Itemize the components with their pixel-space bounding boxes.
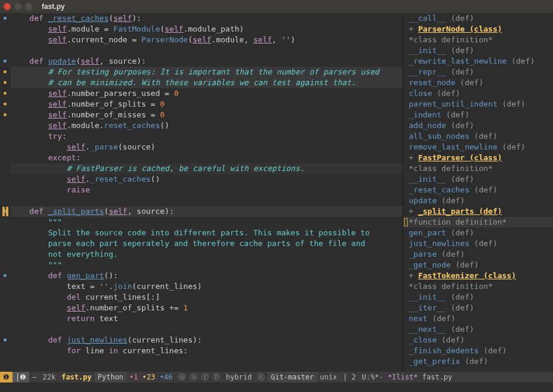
main-area: def _reset_caches(self): self.module = F…: [0, 13, 553, 372]
outline-item[interactable]: __repr__ (def): [403, 67, 553, 77]
outline-item[interactable]: *function definition*: [403, 217, 553, 228]
outline-cursor: [404, 218, 408, 226]
code-line[interactable]: [11, 45, 402, 56]
outline-item[interactable]: _rewrite_last_newline (def): [403, 56, 553, 67]
window-title: fast.py: [42, 2, 65, 11]
outline-item[interactable]: + FastParser (class): [403, 153, 553, 163]
ml-warnings[interactable]: ❶: [0, 372, 13, 382]
outline-item[interactable]: _reset_caches (def): [403, 185, 553, 195]
ml-size: 22k: [39, 372, 58, 382]
ml-flycheck[interactable]: •1 •23 •46: [126, 372, 175, 382]
editor-pane[interactable]: def _reset_caches(self): self.module = F…: [0, 13, 402, 372]
outline-item[interactable]: _parse (def): [403, 249, 553, 260]
code-line[interactable]: """: [11, 260, 402, 270]
gutter-mark: [4, 113, 7, 116]
outline-item[interactable]: + ParserNode (class): [403, 24, 553, 35]
outline-item[interactable]: add_node (def): [403, 120, 553, 131]
code-area[interactable]: def _reset_caches(self): self.module = F…: [11, 13, 402, 372]
outline-item[interactable]: gen_part (def): [403, 228, 553, 238]
outline-item[interactable]: parent_until_indent (def): [403, 99, 553, 110]
code-line[interactable]: self.number_of_splits += 1: [11, 303, 402, 313]
gutter-mark: [4, 70, 7, 73]
maximize-window-button[interactable]: [25, 3, 32, 10]
outline-item[interactable]: *class definition*: [403, 281, 553, 292]
modeline: ❶ |❶ – 22k fast.py Python •1 •23 •46 ⓐ ⓐ…: [0, 372, 553, 382]
code-line[interactable]: raise: [11, 185, 402, 195]
ml-major-mode[interactable]: Python: [95, 372, 126, 382]
ml-info[interactable]: |❶: [13, 372, 29, 382]
code-line[interactable]: # can be minimized. With these variables…: [11, 77, 402, 88]
code-line[interactable]: # For testing purposes: It is important …: [11, 67, 402, 77]
gutter-mark: [4, 17, 7, 20]
outline-item[interactable]: update (def): [403, 195, 553, 206]
gutter: [0, 13, 11, 372]
outline-item[interactable]: + _split_parts (def): [403, 206, 553, 217]
outline-item[interactable]: __init__ (def): [403, 174, 553, 185]
code-line[interactable]: self.number_parsers_used = 0: [11, 88, 402, 99]
code-line[interactable]: Split the source code into different par…: [11, 228, 402, 238]
code-line[interactable]: except:: [11, 153, 402, 163]
gutter-mark: [4, 338, 7, 341]
close-window-button[interactable]: [4, 3, 11, 10]
code-line[interactable]: self._parse(source): [11, 142, 402, 153]
code-line[interactable]: def _split_parts(self, source):: [11, 206, 402, 217]
outline-item[interactable]: _get_prefix (def): [403, 356, 553, 367]
code-line[interactable]: self.number_of_misses = 0: [11, 110, 402, 120]
ml-evil-state: hybrid: [223, 372, 254, 382]
code-line[interactable]: self.number_of_splits = 0: [11, 99, 402, 110]
outline-item[interactable]: + FastTokenizer (class): [403, 270, 553, 281]
outline-item[interactable]: __init__ (def): [403, 45, 553, 56]
ml-misc: ⓐ ⓐ ⓨ ⓟ: [175, 372, 223, 382]
outline-item[interactable]: _finish_dedents (def): [403, 346, 553, 356]
code-line[interactable]: def just_newlines(current_lines):: [11, 335, 402, 346]
code-line[interactable]: self.module.reset_caches(): [11, 120, 402, 131]
code-line[interactable]: [11, 195, 402, 206]
code-line[interactable]: not everything.: [11, 249, 402, 260]
code-line[interactable]: parse each part seperately and therefore…: [11, 238, 402, 249]
ml-dash: –: [29, 372, 39, 382]
code-line[interactable]: [11, 324, 402, 335]
code-line[interactable]: text = ''.join(current_lines): [11, 281, 402, 292]
ml-reg: Ⓚ: [254, 372, 268, 382]
outline-item[interactable]: reset_node (def): [403, 77, 553, 88]
code-line[interactable]: """: [11, 217, 402, 228]
outline-item[interactable]: next (def): [403, 313, 553, 324]
ml-vc[interactable]: Git-master: [268, 372, 316, 382]
code-line[interactable]: def gen_part():: [11, 270, 402, 281]
ml-encoding: unix: [317, 372, 340, 382]
code-line[interactable]: for line in current_lines:: [11, 346, 402, 356]
gutter-mark: [4, 81, 7, 84]
outline-item[interactable]: _indent (def): [403, 110, 553, 120]
ml-right: U:%*- *Ilist* fast.py: [359, 372, 553, 382]
outline-item[interactable]: _close (def): [403, 335, 553, 346]
code-line[interactable]: def _reset_caches(self):: [11, 13, 402, 24]
ml-filename[interactable]: fast.py: [58, 372, 95, 382]
outline-item[interactable]: __iter__ (def): [403, 303, 553, 313]
ml-pos: | 2: [340, 372, 359, 382]
outline-item[interactable]: *class definition*: [403, 163, 553, 174]
code-line[interactable]: self.current_node = ParserNode(self.modu…: [11, 35, 402, 45]
titlebar: fast.py: [0, 0, 553, 13]
outline-item[interactable]: remove_last_newline (def): [403, 142, 553, 153]
code-line[interactable]: try:: [11, 131, 402, 142]
outline-item[interactable]: _get_node (def): [403, 260, 553, 270]
gutter-mark: [4, 102, 7, 105]
outline-item[interactable]: just_newlines (def): [403, 238, 553, 249]
code-line[interactable]: del current_lines[:]: [11, 292, 402, 303]
code-line[interactable]: self._reset_caches(): [11, 174, 402, 185]
outline-pane[interactable]: __call__ (def) + ParserNode (class) *cla…: [403, 13, 553, 372]
minibuffer[interactable]: [0, 382, 553, 392]
outline-item[interactable]: __init__ (def): [403, 292, 553, 303]
code-line[interactable]: return text: [11, 313, 402, 324]
outline-item[interactable]: __next__ (def): [403, 324, 553, 335]
gutter-mark: [4, 92, 7, 95]
code-line[interactable]: def update(self, source):: [11, 56, 402, 67]
code-line[interactable]: self.module = FastModule(self.module_pat…: [11, 24, 402, 35]
outline-item[interactable]: *class definition*: [403, 35, 553, 45]
outline-item[interactable]: __call__ (def): [403, 13, 553, 24]
minimize-window-button[interactable]: [14, 3, 21, 10]
outline-item[interactable]: close (def): [403, 88, 553, 99]
outline-item[interactable]: all_sub_nodes (def): [403, 131, 553, 142]
code-line[interactable]: # FastParser is cached, be careful with …: [11, 163, 402, 174]
gutter-mark: [4, 274, 7, 277]
